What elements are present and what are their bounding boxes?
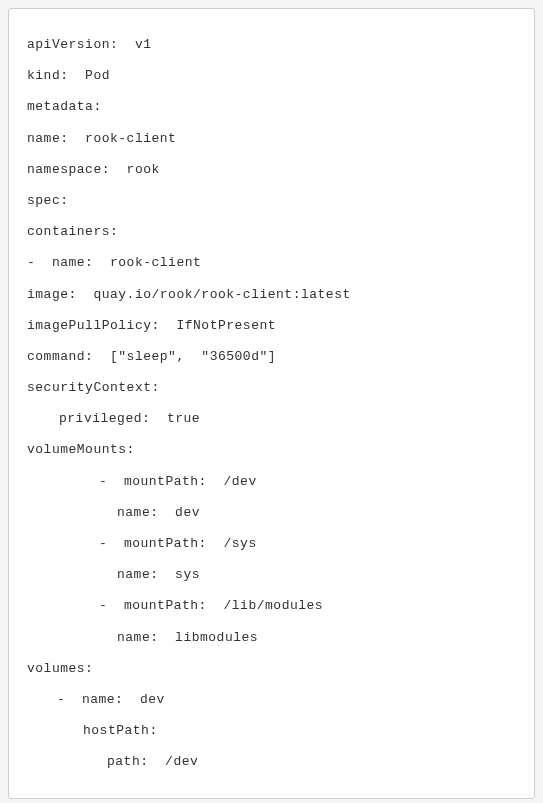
yaml-line-metadata: metadata: <box>27 91 516 122</box>
yaml-line-container-name: - name: rook-client <box>27 247 516 278</box>
yaml-line-volumes: volumes: <box>27 653 516 684</box>
yaml-line-mount2-path: - mountPath: /sys <box>27 528 516 559</box>
yaml-line-vol1-name: - name: dev <box>27 684 516 715</box>
yaml-line-kind: kind: Pod <box>27 60 516 91</box>
yaml-line-mount1-path: - mountPath: /dev <box>27 466 516 497</box>
yaml-code-block: apiVersion: v1 kind: Pod metadata: name:… <box>8 8 535 799</box>
yaml-line-containers: containers: <box>27 216 516 247</box>
yaml-line-imagepullpolicy: imagePullPolicy: IfNotPresent <box>27 310 516 341</box>
yaml-line-command: command: [″sleep″, ″36500d″] <box>27 341 516 372</box>
yaml-line-vol1-hostpath: hostPath: <box>27 715 516 746</box>
yaml-line-mount1-name: name: dev <box>27 497 516 528</box>
yaml-line-namespace: namespace: rook <box>27 154 516 185</box>
yaml-line-name: name: rook-client <box>27 123 516 154</box>
yaml-line-spec: spec: <box>27 185 516 216</box>
yaml-line-mount3-name: name: libmodules <box>27 622 516 653</box>
yaml-line-vol1-path: path: /dev <box>27 746 516 777</box>
yaml-line-volumemounts: volumeMounts: <box>27 434 516 465</box>
yaml-line-securitycontext: securityContext: <box>27 372 516 403</box>
yaml-line-mount2-name: name: sys <box>27 559 516 590</box>
yaml-line-mount3-path: - mountPath: /lib/modules <box>27 590 516 621</box>
yaml-line-apiversion: apiVersion: v1 <box>27 29 516 60</box>
yaml-line-image: image: quay.io/rook/rook-client:latest <box>27 279 516 310</box>
yaml-line-privileged: privileged: true <box>27 403 516 434</box>
